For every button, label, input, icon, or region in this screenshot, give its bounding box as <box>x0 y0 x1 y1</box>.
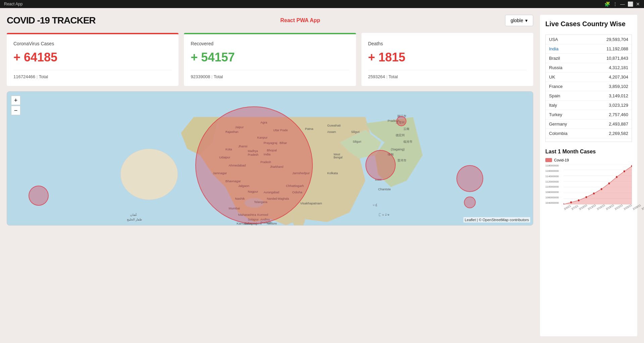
deaths-value: + 1815 <box>368 50 527 64</box>
app-title: COVID -19 TRACKER <box>7 15 96 26</box>
cases-label: CoronaVirus Cases <box>13 41 172 46</box>
country-name: Italy <box>549 103 557 108</box>
country-list[interactable]: USA29,593,704India11,192,088Brazil10,871… <box>545 35 632 142</box>
svg-text:Visakhapatnam: Visakhapatnam <box>300 201 322 205</box>
map-controls[interactable]: + − <box>11 96 20 115</box>
menu-icon[interactable]: ⋮ <box>613 1 617 7</box>
close-icon[interactable]: ✕ <box>636 1 640 7</box>
x-axis-label: 2/25/21 <box>623 204 633 211</box>
cases-total: 116724466 : Total <box>13 70 172 79</box>
minimize-icon[interactable]: — <box>620 1 625 7</box>
list-item[interactable]: Colombia2,269,582 <box>546 129 632 138</box>
country-cases: 10,871,843 <box>606 56 628 61</box>
svg-text:ပဉ်ာ: ပဉ်ာ <box>372 203 377 207</box>
country-cases: 2,269,582 <box>609 131 628 136</box>
stats-row: CoronaVirus Cases + 64185 116724466 : To… <box>7 33 533 86</box>
list-item[interactable]: UK4,207,304 <box>546 72 632 82</box>
svg-point-82 <box>616 176 618 178</box>
list-item[interactable]: Turkey2,757,460 <box>546 110 632 119</box>
chart-area: 1180000001160000001140000001120000001100… <box>545 164 632 211</box>
list-item[interactable]: Russia4,312,181 <box>546 63 632 72</box>
y-axis-label: 104000000 <box>545 201 563 204</box>
svg-text:普洱市: 普洱市 <box>397 158 406 162</box>
map-container[interactable]: Jaipur Agra Uttar Prade Kanpur Guwahati … <box>7 91 533 226</box>
country-cases: 2,757,460 <box>609 112 628 117</box>
list-item[interactable]: Germany2,493,887 <box>546 119 632 129</box>
attribution-text: Leaflet | © OpenStreetMap contributors <box>465 218 529 222</box>
y-axis-label: 116000000 <box>545 169 563 173</box>
country-name: UK <box>549 75 555 80</box>
chart-title: Last 1 Month Cases <box>545 149 632 155</box>
svg-point-1 <box>120 149 178 200</box>
svg-text:Bengal: Bengal <box>334 156 343 159</box>
y-axis-label: 114000000 <box>545 175 563 178</box>
list-item[interactable]: Brazil10,871,843 <box>546 54 632 63</box>
chart-inner <box>563 164 632 204</box>
right-panel: Live Cases Country Wise USA29,593,704Ind… <box>540 15 637 336</box>
deaths-label: Deaths <box>368 41 527 46</box>
northeast-bubble <box>396 116 406 126</box>
svg-point-78 <box>585 196 587 198</box>
svg-text:云南: 云南 <box>404 127 410 131</box>
country-cases: 29,593,704 <box>606 37 628 42</box>
svg-text:Kolkata: Kolkata <box>327 171 338 175</box>
x-axis-label: 2/10/21 <box>579 204 588 211</box>
y-axis-label: 106000000 <box>545 196 563 199</box>
country-name: Turkey <box>549 112 562 117</box>
title-bar: React App 🧩 ⋮ — ⬜ ✕ <box>0 0 644 8</box>
y-axis-labels: 1180000001160000001140000001120000001100… <box>545 164 563 204</box>
country-cases: 3,023,129 <box>609 103 628 108</box>
legend-color-box <box>545 158 552 162</box>
country-name: Colombia <box>549 131 567 136</box>
svg-point-81 <box>608 182 610 185</box>
x-axis-label: 2/28/21 <box>632 204 642 211</box>
country-cases: 11,192,088 <box>606 46 628 51</box>
svg-point-75 <box>563 203 564 204</box>
y-axis-label: 118000000 <box>545 164 563 167</box>
map-attribution: Leaflet | © OpenStreetMap contributors <box>463 217 530 223</box>
svg-text:Assam: Assam <box>327 130 336 134</box>
y-axis-label: 110000000 <box>545 185 563 188</box>
list-item[interactable]: France3,859,102 <box>546 82 632 91</box>
svg-text:Guwahati: Guwahati <box>327 124 341 127</box>
country-name: Germany <box>549 121 567 127</box>
zoom-out-button[interactable]: − <box>11 106 20 115</box>
legend-label: Covid-19 <box>554 158 569 162</box>
chevron-down-icon: ▾ <box>525 18 528 23</box>
globe-button[interactable]: globle ▾ <box>505 15 533 26</box>
recovered-value: + 54157 <box>191 50 349 64</box>
chart-legend: Covid-19 <box>545 158 632 162</box>
myanmar-bubble <box>456 165 483 192</box>
y-axis-label: 112000000 <box>545 180 563 183</box>
svg-text:(Sagaing): (Sagaing) <box>391 147 405 151</box>
puzzle-icon[interactable]: 🧩 <box>604 1 610 7</box>
svg-point-76 <box>570 201 572 204</box>
app-name: React App <box>4 2 22 6</box>
list-item[interactable]: Spain3,149,012 <box>546 91 632 101</box>
cases-value: + 64185 <box>13 50 172 64</box>
list-item[interactable]: Italy3,023,129 <box>546 101 632 110</box>
x-axis-label: 2/22/21 <box>614 204 624 211</box>
chart-section: Last 1 Month Cases Covid-19 118000000116… <box>545 149 632 211</box>
zoom-in-button[interactable]: + <box>11 96 20 105</box>
x-axis-label: 2/7/21 <box>571 204 579 211</box>
country-cases: 4,312,181 <box>609 65 628 70</box>
svg-point-80 <box>601 188 603 190</box>
x-axis-labels: 2/4/212/7/212/10/212/13/212/16/212/19/21… <box>563 208 632 211</box>
y-axis-label: 108000000 <box>545 191 563 194</box>
cases-card: CoronaVirus Cases + 64185 116724466 : To… <box>7 33 179 86</box>
window-controls[interactable]: 🧩 ⋮ — ⬜ ✕ <box>604 1 640 7</box>
country-name: Spain <box>549 93 560 98</box>
south-india-bubble <box>464 197 476 208</box>
svg-text:Siliguri: Siliguri <box>353 140 361 143</box>
main-layout: COVID -19 TRACKER React PWA App globle ▾… <box>0 8 644 343</box>
x-axis-label: 2/4/21 <box>563 204 572 211</box>
list-item[interactable]: USA29,593,704 <box>546 35 632 44</box>
country-name[interactable]: India <box>549 46 558 51</box>
list-item[interactable]: India11,192,088 <box>546 44 632 54</box>
globe-button-label: globle <box>511 18 523 23</box>
maximize-icon[interactable]: ⬜ <box>628 1 633 7</box>
x-axis-label: 3/3/21 <box>641 204 644 211</box>
country-cases: 4,207,304 <box>609 75 628 80</box>
svg-text:临沧市: 临沧市 <box>404 140 413 143</box>
